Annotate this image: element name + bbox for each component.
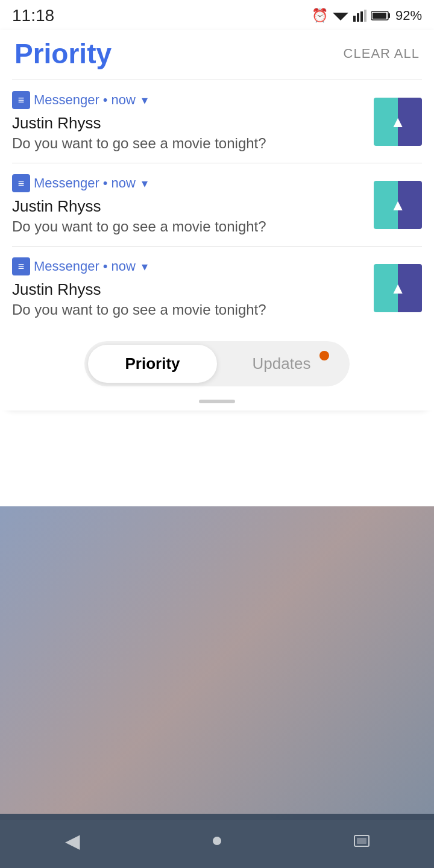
nav-recents-button[interactable] <box>338 817 386 865</box>
thumb-overlay-icon: ▲ <box>390 112 406 131</box>
svg-rect-9 <box>357 838 366 844</box>
svg-rect-6 <box>388 13 390 18</box>
tab-updates[interactable]: Updates <box>217 345 346 383</box>
messenger-app-icon: ≡ <box>12 174 30 192</box>
messenger-app-icon: ≡ <box>12 91 30 109</box>
drag-handle-bar <box>199 400 235 403</box>
messenger-icon-symbol: ≡ <box>18 177 25 190</box>
background-overlay <box>0 506 434 820</box>
notification-sender: Justin Rhyss <box>12 280 364 299</box>
notification-time: now <box>112 259 136 274</box>
updates-badge <box>319 351 329 360</box>
alarm-icon: ⏰ <box>312 8 328 24</box>
notification-sender: Justin Rhyss <box>12 114 364 133</box>
notification-content: ≡ Messenger • now ▾ Justin Rhyss Do you … <box>12 257 364 318</box>
notification-source-row: ≡ Messenger • now ▾ <box>12 174 364 192</box>
chevron-down-icon: ▾ <box>142 176 148 190</box>
notification-source-row: ≡ Messenger • now ▾ <box>12 257 364 275</box>
notification-content: ≡ Messenger • now ▾ Justin Rhyss Do you … <box>12 91 364 152</box>
recents-icon <box>353 834 370 848</box>
notification-content: ≡ Messenger • now ▾ Justin Rhyss Do you … <box>12 174 364 235</box>
notification-time: now <box>112 92 136 108</box>
svg-marker-0 <box>333 13 348 20</box>
wifi-icon <box>333 10 348 22</box>
thumb-overlay-icon: ▲ <box>390 195 406 214</box>
svg-rect-4 <box>364 10 366 22</box>
notification-item[interactable]: ≡ Messenger • now ▾ Justin Rhyss Do you … <box>0 247 434 329</box>
clear-all-button[interactable]: CLEAR ALL <box>344 46 420 61</box>
bottom-navigation: ◀ <box>0 814 434 868</box>
thumb-image: ▲ <box>374 181 422 229</box>
drag-handle-container <box>0 395 434 410</box>
source-separator: • <box>103 92 108 108</box>
header: Priority CLEAR ALL <box>0 30 434 80</box>
notification-sender: Justin Rhyss <box>12 197 364 216</box>
messenger-icon-symbol: ≡ <box>18 94 25 107</box>
svg-rect-2 <box>357 13 359 22</box>
messenger-icon-symbol: ≡ <box>18 260 25 273</box>
source-name: Messenger <box>34 259 99 274</box>
notification-message: Do you want to go see a movie tonight? <box>12 218 364 235</box>
notification-source-row: ≡ Messenger • now ▾ <box>12 91 364 109</box>
thumb-overlay-icon: ▲ <box>390 278 406 297</box>
notification-thumbnail: ▲ <box>374 98 422 146</box>
notification-item[interactable]: ≡ Messenger • now ▾ Justin Rhyss Do you … <box>0 80 434 163</box>
chevron-down-icon: ▾ <box>142 259 148 274</box>
status-bar: 11:18 ⏰ 92% <box>0 0 434 30</box>
source-name: Messenger <box>34 92 99 108</box>
tab-updates-label: Updates <box>253 354 311 373</box>
page-title: Priority <box>14 37 112 70</box>
notification-thumbnail: ▲ <box>374 264 422 312</box>
notification-time: now <box>112 175 136 191</box>
messenger-app-icon: ≡ <box>12 257 30 275</box>
nav-home-button[interactable] <box>193 817 241 865</box>
notification-message: Do you want to go see a movie tonight? <box>12 301 364 318</box>
svg-rect-7 <box>373 13 386 19</box>
battery-percent: 92% <box>395 8 422 24</box>
svg-rect-1 <box>353 16 356 22</box>
status-icons: ⏰ 92% <box>312 8 422 24</box>
tab-switcher-container: Priority Updates <box>0 329 434 395</box>
status-time: 11:18 <box>12 6 54 25</box>
nav-back-button[interactable]: ◀ <box>48 817 96 865</box>
back-icon: ◀ <box>65 829 80 852</box>
battery-icon <box>371 10 391 21</box>
notification-panel: Priority CLEAR ALL ≡ Messenger • now ▾ J… <box>0 30 434 410</box>
home-icon <box>213 837 221 845</box>
notification-item[interactable]: ≡ Messenger • now ▾ Justin Rhyss Do you … <box>0 163 434 246</box>
source-name: Messenger <box>34 175 99 191</box>
notification-thumbnail: ▲ <box>374 181 422 229</box>
thumb-image: ▲ <box>374 98 422 146</box>
tab-switcher: Priority Updates <box>84 341 350 386</box>
source-separator: • <box>103 259 108 274</box>
source-separator: • <box>103 175 108 191</box>
thumb-image: ▲ <box>374 264 422 312</box>
svg-rect-3 <box>360 11 363 22</box>
signal-icon <box>353 10 366 22</box>
chevron-down-icon: ▾ <box>142 93 148 107</box>
tab-priority[interactable]: Priority <box>88 345 217 383</box>
notification-message: Do you want to go see a movie tonight? <box>12 135 364 152</box>
